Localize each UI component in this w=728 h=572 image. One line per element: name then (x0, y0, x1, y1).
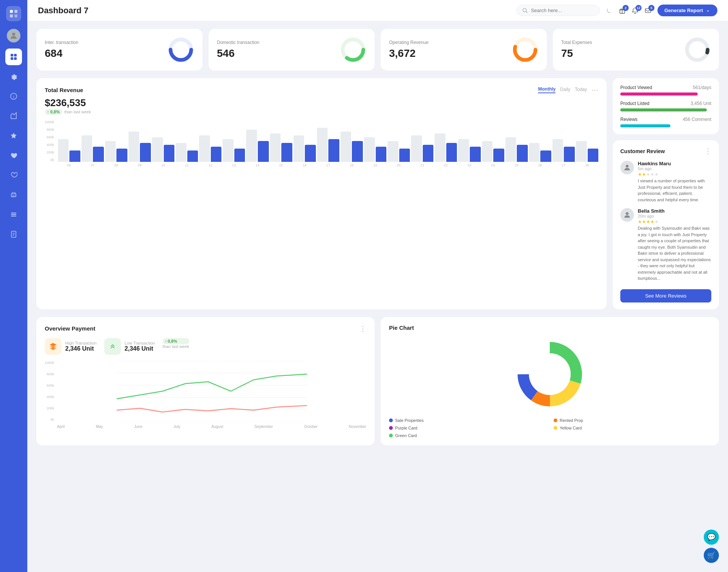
stat-card-inter-transaction: Inter. transaction 684 (36, 29, 202, 71)
review-stars-1: ★★★★★ (638, 219, 711, 224)
sidebar-item-print[interactable] (5, 186, 22, 203)
svg-rect-3 (14, 14, 17, 17)
see-more-button[interactable]: See More Reviews (620, 289, 711, 302)
x-label: 06 (58, 163, 80, 167)
svg-point-4 (12, 33, 15, 36)
bar-blue (281, 143, 292, 162)
bar-gray (82, 135, 93, 162)
legend-yellow-card: Yellow Card (554, 426, 711, 430)
bar-blue (540, 150, 551, 162)
bar-col (552, 139, 575, 162)
payment-more[interactable]: ⋮ (359, 324, 366, 333)
review-name-0: Hawkins Maru (638, 161, 711, 166)
dark-mode-toggle[interactable] (606, 7, 613, 14)
float-cart-button[interactable]: 🛒 (704, 548, 719, 563)
tab-daily[interactable]: Daily (560, 87, 570, 93)
bell-icon-btn[interactable]: 12 (632, 7, 639, 14)
svg-rect-7 (11, 57, 13, 60)
x-label: 18 (340, 163, 363, 167)
pie-chart-svg (512, 336, 588, 412)
bar-col (82, 135, 104, 162)
avatar[interactable] (7, 29, 20, 42)
bar-gray (458, 139, 469, 162)
bar-gray (223, 139, 234, 162)
legend-label-sale: Sale Properties (395, 418, 424, 423)
domestic-donut (340, 36, 366, 63)
pie-legend: Sale Properties Rented Prop Purple Card … (389, 418, 711, 438)
reviews-more[interactable]: ⋮ (704, 147, 711, 155)
bar-col (505, 137, 528, 162)
metric-product-listed-val: 3,456 Unit (690, 101, 711, 106)
bar-col (364, 137, 386, 162)
revenue-sub-text: than last week (64, 110, 91, 114)
line-chart-svg (57, 361, 366, 422)
bars-row (58, 120, 598, 162)
legend-label-green: Green Card (395, 433, 417, 438)
legend-green-card: Green Card (389, 433, 546, 438)
main-content: Dashboard 7 2 12 5 Generate Report (27, 0, 728, 572)
tab-monthly[interactable]: Monthly (538, 86, 555, 93)
sidebar-item-menu[interactable] (5, 206, 22, 223)
x-label: 24 (482, 163, 504, 167)
revenue-pct: ↑ 0,8% (45, 109, 62, 115)
review-item-1: Bella Smith 20m ago ★★★★★ Dealing with S… (620, 208, 711, 282)
sidebar-item-saved[interactable] (5, 167, 22, 183)
sidebar-item-analytics[interactable] (5, 108, 22, 124)
svg-rect-5 (11, 54, 13, 56)
bar-gray (482, 141, 493, 162)
bar-gray (270, 133, 281, 162)
chart-tabs: Monthly Daily Today ⋯ (538, 86, 598, 94)
x-label: 09 (129, 163, 151, 167)
review-time-0: 5m ago (638, 166, 711, 171)
x-label: 16 (293, 163, 316, 167)
sidebar-item-favorites[interactable] (5, 127, 22, 144)
sidebar-item-reports[interactable] (5, 226, 22, 243)
high-transaction-value: 2,346 Unit (65, 345, 97, 352)
metric-product-viewed-label: Product Viewed (620, 85, 652, 90)
bar-gray (176, 143, 187, 162)
bar-blue (258, 141, 269, 162)
bar-gray (388, 141, 399, 162)
sidebar-item-info[interactable]: i (5, 88, 22, 105)
bar-blue (399, 149, 410, 162)
total-expenses-value: 75 (561, 47, 592, 60)
floating-buttons: 💬 🛒 (704, 530, 719, 563)
review-item-0: Hawkins Maru 5m ago ★★★★★ I viewed a num… (620, 161, 711, 203)
bar-col (58, 139, 80, 162)
stat-cards-row: Inter. transaction 684 Domestic transact… (36, 29, 719, 71)
generate-report-button[interactable]: Generate Report (657, 5, 717, 16)
revenue-value: $236,535 (45, 97, 598, 109)
line-y-axis: 1000k800k600k400k200k0k (45, 361, 56, 422)
payment-pct-sub: than last week (163, 344, 189, 349)
svg-rect-14 (11, 216, 16, 216)
float-chat-button[interactable]: 💬 (704, 530, 719, 545)
bar-blue (116, 149, 127, 162)
total-expenses-donut (684, 36, 711, 63)
inter-transaction-value: 684 (45, 47, 78, 60)
search-input[interactable] (531, 8, 588, 13)
sidebar-item-settings[interactable] (5, 68, 22, 85)
sidebar-item-liked[interactable] (5, 147, 22, 164)
bar-gray (199, 135, 210, 162)
legend-dot-rented (554, 418, 557, 422)
message-icon-btn[interactable]: 5 (645, 7, 651, 14)
payment-title: Overview Payment (45, 325, 95, 332)
gift-icon-btn[interactable]: 2 (619, 7, 626, 14)
sidebar-item-dashboard[interactable] (5, 49, 22, 65)
tab-today[interactable]: Today (575, 87, 587, 93)
metric-reviews-label: Reviews (620, 117, 637, 122)
x-label: 11 (176, 163, 198, 167)
bar-blue (187, 150, 198, 162)
bar-gray (411, 135, 422, 162)
metric-product-viewed-val: 561/days (693, 85, 711, 90)
svg-point-16 (523, 8, 526, 12)
bars-container: 0607080910111213141516171819202122232425… (58, 120, 598, 167)
x-label: 19 (364, 163, 386, 167)
bar-blue (234, 149, 245, 162)
legend-label-yellow: Yellow Card (560, 426, 582, 430)
bar-col (246, 130, 268, 162)
bar-blue (164, 145, 175, 162)
bar-gray (552, 139, 563, 162)
revenue-chart-more[interactable]: ⋯ (592, 86, 598, 94)
svg-rect-11 (11, 194, 16, 197)
